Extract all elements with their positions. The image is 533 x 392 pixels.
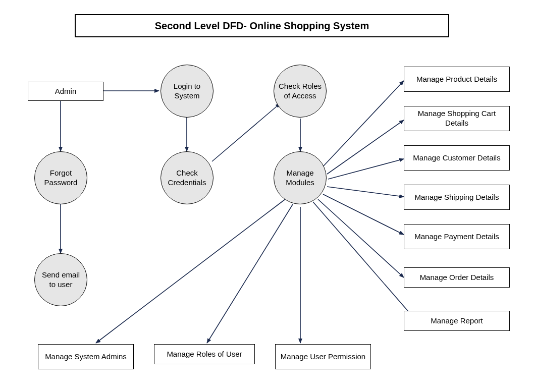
- store-product-details: Manage Product Details: [404, 67, 510, 92]
- svg-line-11: [318, 199, 404, 277]
- store-order-details: Manage Order Details: [404, 267, 510, 288]
- store-payment-details: Manage Payment Details: [404, 224, 510, 249]
- svg-line-7: [327, 120, 404, 174]
- process-check-roles: Check Roles of Access: [274, 65, 327, 118]
- svg-line-9: [327, 187, 404, 197]
- store-system-admins: Manage System Admins: [38, 344, 134, 369]
- store-shipping-details: Manage Shipping Details: [404, 185, 510, 210]
- process-manage-modules: Manage Modules: [274, 151, 327, 204]
- process-check-credentials: Check Credentials: [161, 151, 214, 204]
- svg-line-10: [323, 194, 404, 235]
- diagram-canvas: Second Level DFD- Online Shopping System…: [0, 0, 533, 392]
- svg-line-13: [96, 199, 285, 343]
- svg-line-4: [212, 103, 280, 161]
- process-send-email: Send email to user: [34, 253, 87, 306]
- store-customer-details: Manage Customer Details: [404, 145, 510, 171]
- diagram-title: Second Level DFD- Online Shopping System: [75, 14, 449, 37]
- svg-line-14: [207, 204, 293, 343]
- process-login: Login to System: [161, 65, 214, 118]
- svg-line-8: [328, 159, 404, 179]
- store-report: Manage Report: [404, 311, 510, 331]
- svg-line-6: [323, 81, 404, 166]
- svg-line-12: [313, 202, 414, 318]
- entity-admin: Admin: [28, 82, 103, 101]
- store-user-permission: Manage User Permission: [275, 344, 371, 369]
- store-roles-user: Manage Roles of User: [154, 344, 255, 364]
- store-cart-details: Manage Shopping Cart Details: [404, 106, 510, 131]
- process-forgot-password: Forgot Password: [34, 151, 87, 204]
